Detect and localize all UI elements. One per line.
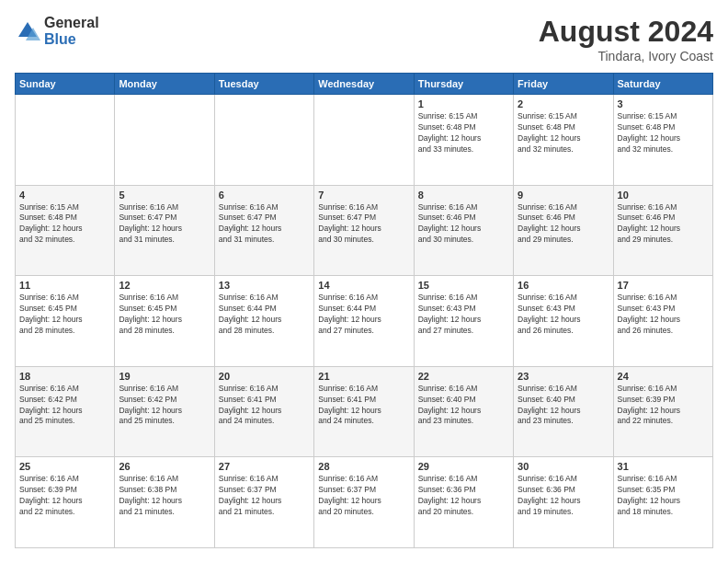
- day-number: 23: [518, 371, 609, 382]
- day-info: Sunrise: 6:16 AMSunset: 6:44 PMDaylight:…: [219, 293, 310, 337]
- calendar-cell-1-2: 6Sunrise: 6:16 AMSunset: 6:47 PMDaylight…: [214, 185, 313, 276]
- day-info: Sunrise: 6:16 AMSunset: 6:47 PMDaylight:…: [219, 202, 310, 247]
- logo-blue-text: Blue: [44, 31, 99, 48]
- day-number: 24: [618, 371, 709, 382]
- day-info: Sunrise: 6:16 AMSunset: 6:36 PMDaylight:…: [518, 474, 609, 518]
- day-number: 28: [318, 461, 409, 472]
- calendar-header-row: Sunday Monday Tuesday Wednesday Thursday…: [16, 74, 713, 95]
- day-info: Sunrise: 6:15 AMSunset: 6:48 PMDaylight:…: [618, 111, 709, 155]
- calendar-cell-0-6: 3Sunrise: 6:15 AMSunset: 6:48 PMDaylight…: [613, 95, 712, 186]
- calendar-cell-3-6: 24Sunrise: 6:16 AMSunset: 6:39 PMDayligh…: [613, 366, 712, 457]
- day-number: 22: [418, 371, 509, 382]
- day-info: Sunrise: 6:16 AMSunset: 6:46 PMDaylight:…: [518, 202, 609, 247]
- calendar-cell-0-3: [314, 95, 414, 186]
- week-row-2: 4Sunrise: 6:15 AMSunset: 6:48 PMDaylight…: [16, 185, 713, 276]
- day-info: Sunrise: 6:16 AMSunset: 6:45 PMDaylight:…: [119, 293, 210, 337]
- col-tuesday: Tuesday: [214, 74, 313, 95]
- day-number: 19: [119, 371, 210, 382]
- day-number: 31: [618, 461, 709, 472]
- day-number: 9: [518, 190, 609, 201]
- col-monday: Monday: [115, 74, 214, 95]
- day-number: 2: [518, 98, 609, 109]
- calendar-cell-4-0: 25Sunrise: 6:16 AMSunset: 6:39 PMDayligh…: [16, 457, 115, 548]
- calendar-cell-0-0: [16, 95, 115, 186]
- calendar-cell-2-0: 11Sunrise: 6:16 AMSunset: 6:45 PMDayligh…: [16, 276, 115, 367]
- day-number: 8: [418, 190, 509, 201]
- logo-icon: [15, 18, 40, 44]
- calendar-cell-4-2: 27Sunrise: 6:16 AMSunset: 6:37 PMDayligh…: [214, 457, 313, 548]
- calendar-cell-1-1: 5Sunrise: 6:16 AMSunset: 6:47 PMDaylight…: [115, 185, 214, 276]
- day-number: 27: [219, 461, 310, 472]
- day-info: Sunrise: 6:15 AMSunset: 6:48 PMDaylight:…: [19, 202, 110, 247]
- calendar-cell-4-3: 28Sunrise: 6:16 AMSunset: 6:37 PMDayligh…: [314, 457, 414, 548]
- logo-general-text: General: [44, 15, 99, 31]
- day-number: 16: [518, 280, 609, 291]
- day-info: Sunrise: 6:15 AMSunset: 6:48 PMDaylight:…: [518, 111, 609, 155]
- col-wednesday: Wednesday: [314, 74, 414, 95]
- day-info: Sunrise: 6:16 AMSunset: 6:42 PMDaylight:…: [19, 384, 110, 428]
- week-row-1: 1Sunrise: 6:15 AMSunset: 6:48 PMDaylight…: [16, 95, 713, 186]
- day-number: 1: [418, 98, 509, 109]
- day-info: Sunrise: 6:16 AMSunset: 6:41 PMDaylight:…: [219, 384, 310, 428]
- calendar-cell-0-5: 2Sunrise: 6:15 AMSunset: 6:48 PMDaylight…: [514, 95, 613, 186]
- calendar-cell-2-3: 14Sunrise: 6:16 AMSunset: 6:44 PMDayligh…: [314, 276, 414, 367]
- day-number: 14: [318, 280, 409, 291]
- day-info: Sunrise: 6:16 AMSunset: 6:35 PMDaylight:…: [618, 474, 709, 518]
- day-number: 6: [219, 190, 310, 201]
- day-number: 3: [618, 98, 709, 109]
- day-number: 26: [119, 461, 210, 472]
- col-friday: Friday: [514, 74, 613, 95]
- logo-text: General Blue: [44, 15, 99, 47]
- calendar-cell-0-4: 1Sunrise: 6:15 AMSunset: 6:48 PMDaylight…: [414, 95, 513, 186]
- day-info: Sunrise: 6:16 AMSunset: 6:46 PMDaylight:…: [418, 202, 509, 247]
- day-info: Sunrise: 6:16 AMSunset: 6:40 PMDaylight:…: [418, 384, 509, 428]
- day-number: 11: [19, 280, 110, 291]
- day-number: 15: [418, 280, 509, 291]
- calendar-cell-0-2: [214, 95, 313, 186]
- calendar-cell-1-4: 8Sunrise: 6:16 AMSunset: 6:46 PMDaylight…: [414, 185, 513, 276]
- day-info: Sunrise: 6:16 AMSunset: 6:37 PMDaylight:…: [219, 474, 310, 518]
- calendar-cell-4-1: 26Sunrise: 6:16 AMSunset: 6:38 PMDayligh…: [115, 457, 214, 548]
- day-number: 29: [418, 461, 509, 472]
- day-info: Sunrise: 6:16 AMSunset: 6:47 PMDaylight:…: [318, 202, 409, 247]
- title-block: August 2024 Tindara, Ivory Coast: [539, 15, 713, 63]
- day-info: Sunrise: 6:16 AMSunset: 6:44 PMDaylight:…: [318, 293, 409, 337]
- day-number: 12: [119, 280, 210, 291]
- day-number: 4: [19, 190, 110, 201]
- calendar-cell-1-3: 7Sunrise: 6:16 AMSunset: 6:47 PMDaylight…: [314, 185, 414, 276]
- calendar-cell-4-4: 29Sunrise: 6:16 AMSunset: 6:36 PMDayligh…: [414, 457, 513, 548]
- calendar-cell-3-2: 20Sunrise: 6:16 AMSunset: 6:41 PMDayligh…: [214, 366, 313, 457]
- day-info: Sunrise: 6:16 AMSunset: 6:43 PMDaylight:…: [518, 293, 609, 337]
- day-number: 10: [618, 190, 709, 201]
- page: General Blue August 2024 Tindara, Ivory …: [0, 0, 728, 563]
- col-saturday: Saturday: [613, 74, 712, 95]
- day-info: Sunrise: 6:16 AMSunset: 6:47 PMDaylight:…: [119, 202, 210, 247]
- calendar-cell-2-2: 13Sunrise: 6:16 AMSunset: 6:44 PMDayligh…: [214, 276, 313, 367]
- day-number: 20: [219, 371, 310, 382]
- day-info: Sunrise: 6:16 AMSunset: 6:42 PMDaylight:…: [119, 384, 210, 428]
- day-number: 7: [318, 190, 409, 201]
- day-info: Sunrise: 6:16 AMSunset: 6:38 PMDaylight:…: [119, 474, 210, 518]
- day-info: Sunrise: 6:16 AMSunset: 6:46 PMDaylight:…: [618, 202, 709, 247]
- calendar-cell-2-4: 15Sunrise: 6:16 AMSunset: 6:43 PMDayligh…: [414, 276, 513, 367]
- calendar-cell-4-5: 30Sunrise: 6:16 AMSunset: 6:36 PMDayligh…: [514, 457, 613, 548]
- week-row-4: 18Sunrise: 6:16 AMSunset: 6:42 PMDayligh…: [16, 366, 713, 457]
- day-info: Sunrise: 6:15 AMSunset: 6:48 PMDaylight:…: [418, 111, 509, 155]
- day-info: Sunrise: 6:16 AMSunset: 6:43 PMDaylight:…: [418, 293, 509, 337]
- day-info: Sunrise: 6:16 AMSunset: 6:40 PMDaylight:…: [518, 384, 609, 428]
- week-row-5: 25Sunrise: 6:16 AMSunset: 6:39 PMDayligh…: [16, 457, 713, 548]
- day-info: Sunrise: 6:16 AMSunset: 6:41 PMDaylight:…: [318, 384, 409, 428]
- week-row-3: 11Sunrise: 6:16 AMSunset: 6:45 PMDayligh…: [16, 276, 713, 367]
- calendar-cell-1-0: 4Sunrise: 6:15 AMSunset: 6:48 PMDaylight…: [16, 185, 115, 276]
- col-thursday: Thursday: [414, 74, 513, 95]
- day-number: 5: [119, 190, 210, 201]
- day-info: Sunrise: 6:16 AMSunset: 6:45 PMDaylight:…: [19, 293, 110, 337]
- calendar-cell-4-6: 31Sunrise: 6:16 AMSunset: 6:35 PMDayligh…: [613, 457, 712, 548]
- calendar-cell-3-4: 22Sunrise: 6:16 AMSunset: 6:40 PMDayligh…: [414, 366, 513, 457]
- day-info: Sunrise: 6:16 AMSunset: 6:43 PMDaylight:…: [618, 293, 709, 337]
- calendar-cell-3-5: 23Sunrise: 6:16 AMSunset: 6:40 PMDayligh…: [514, 366, 613, 457]
- calendar-cell-3-0: 18Sunrise: 6:16 AMSunset: 6:42 PMDayligh…: [16, 366, 115, 457]
- logo: General Blue: [15, 15, 99, 47]
- calendar-cell-0-1: [115, 95, 214, 186]
- day-info: Sunrise: 6:16 AMSunset: 6:37 PMDaylight:…: [318, 474, 409, 518]
